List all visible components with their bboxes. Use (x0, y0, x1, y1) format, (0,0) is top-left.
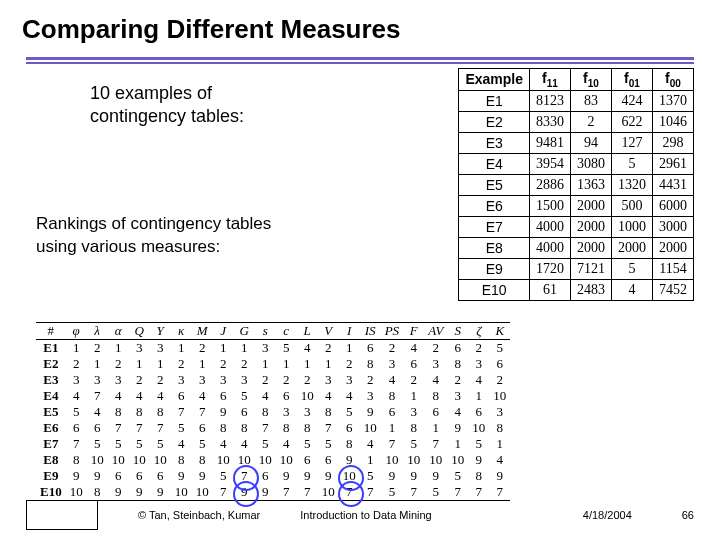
caption-10-examples: 10 examples of contingency tables: (90, 82, 244, 128)
rank-cell: 3 (318, 372, 339, 388)
rank-cell: 7 (66, 436, 87, 452)
rank-cell: 5 (213, 468, 234, 484)
rank-cell: 2 (403, 372, 424, 388)
rank-cell: 6 (381, 404, 403, 420)
rank-cell: 1 (297, 356, 318, 372)
rank-cell: 1 (129, 356, 150, 372)
rank-header: PS (381, 323, 403, 340)
rank-cell: 10 (360, 420, 381, 436)
caption-line: Rankings of contingency tables (36, 214, 271, 233)
rank-cell: 3 (403, 404, 424, 420)
rank-cell: 7 (381, 436, 403, 452)
rank-cell: 8 (468, 468, 489, 484)
rank-cell: 3 (87, 372, 108, 388)
rank-header: c (276, 323, 297, 340)
rank-cell: 8 (297, 420, 318, 436)
rank-cell: 9 (360, 404, 381, 420)
rank-cell: 6 (108, 468, 129, 484)
rank-cell: 10 (234, 452, 255, 468)
rank-cell: 10 (297, 388, 318, 404)
rank-header: I (339, 323, 360, 340)
rank-cell: 7 (276, 484, 297, 501)
slide-title: Comparing Different Measures (0, 0, 720, 51)
rank-cell: 3 (360, 388, 381, 404)
rank-cell: 4 (403, 340, 424, 357)
rank-cell: 8 (424, 388, 447, 404)
rank-header: J (213, 323, 234, 340)
rank-cell: 3 (381, 356, 403, 372)
rank-cell: 5 (468, 436, 489, 452)
rank-cell: 6 (468, 404, 489, 420)
rank-cell: 4 (171, 436, 192, 452)
rank-cell: 6 (318, 452, 339, 468)
rank-cell: 3 (424, 356, 447, 372)
rank-row-label: E4 (36, 388, 66, 404)
rank-cell: 7 (108, 420, 129, 436)
ct-cell: 1154 (653, 258, 694, 279)
rank-header: K (489, 323, 510, 340)
ct-cell: 5 (612, 153, 653, 174)
rank-cell: 6 (129, 468, 150, 484)
ct-cell: 2483 (571, 279, 612, 300)
rank-cell: 6 (192, 420, 213, 436)
rank-cell: 5 (276, 340, 297, 357)
ct-cell: 7121 (571, 258, 612, 279)
ct-cell: 622 (612, 111, 653, 132)
rank-cell: 2 (339, 356, 360, 372)
ct-cell: 3954 (530, 153, 571, 174)
rank-cell: 7 (255, 420, 276, 436)
rank-cell: 6 (297, 452, 318, 468)
rank-cell: 8 (66, 452, 87, 468)
rank-cell: 9 (234, 484, 255, 501)
rank-cell: 3 (339, 372, 360, 388)
rank-header: Q (129, 323, 150, 340)
rank-cell: 2 (129, 372, 150, 388)
ct-cell: 5 (612, 258, 653, 279)
rank-cell: 5 (447, 468, 468, 484)
ct-cell: 3080 (571, 153, 612, 174)
rank-cell: 1 (87, 356, 108, 372)
rank-cell: 10 (150, 452, 171, 468)
rank-cell: 8 (213, 420, 234, 436)
rank-cell: 8 (447, 356, 468, 372)
rank-cell: 8 (129, 404, 150, 420)
rank-cell: 9 (318, 468, 339, 484)
ct-row: E74000200010003000 (459, 216, 694, 237)
ct-cell: 4 (612, 279, 653, 300)
rank-cell: 4 (360, 436, 381, 452)
rank-cell: 1 (489, 436, 510, 452)
rank-header: κ (171, 323, 192, 340)
rank-cell: 5 (192, 436, 213, 452)
ct-cell: 2000 (571, 195, 612, 216)
ct-cell: 1500 (530, 195, 571, 216)
rank-cell: 2 (318, 340, 339, 357)
rank-cell: 6 (255, 468, 276, 484)
rank-header: V (318, 323, 339, 340)
rank-cell: 4 (66, 388, 87, 404)
ct-cell: 6000 (653, 195, 694, 216)
rank-cell: 8 (192, 452, 213, 468)
rank-cell: 3 (234, 372, 255, 388)
rank-row: E2212112122111128363836 (36, 356, 510, 372)
rank-cell: 9 (489, 468, 510, 484)
rank-cell: 4 (87, 404, 108, 420)
rank-cell: 8 (276, 420, 297, 436)
ct-cell: 61 (530, 279, 571, 300)
rank-cell: 10 (66, 484, 87, 501)
ct-cell: 127 (612, 132, 653, 153)
ct-row-label: E4 (459, 153, 530, 174)
rank-header: IS (360, 323, 381, 340)
ct-cell: 424 (612, 90, 653, 111)
rank-cell: 5 (318, 436, 339, 452)
rank-header: F (403, 323, 424, 340)
rank-cell: 7 (424, 436, 447, 452)
rank-cell: 2 (297, 372, 318, 388)
rank-cell: 10 (318, 484, 339, 501)
ct-row-label: E8 (459, 237, 530, 258)
rank-row: E3333223333222332424242 (36, 372, 510, 388)
rank-cell: 3 (489, 404, 510, 420)
rank-cell: 9 (424, 468, 447, 484)
rank-cell: 3 (213, 372, 234, 388)
ct-cell: 2000 (653, 237, 694, 258)
ct-cell: 8123 (530, 90, 571, 111)
